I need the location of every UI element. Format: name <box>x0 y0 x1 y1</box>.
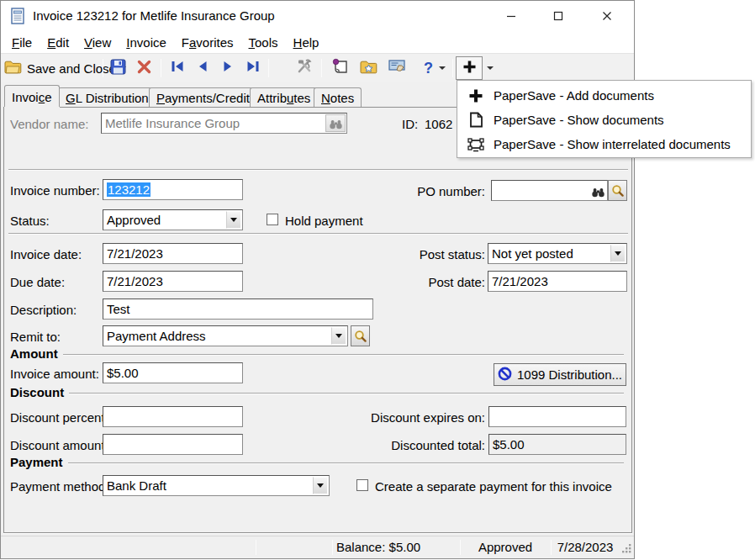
properties-button[interactable] <box>384 56 409 80</box>
properties-card-icon <box>388 59 406 77</box>
tab-gl-distribution[interactable]: GL Distribution <box>58 87 156 107</box>
menu-item-show-interrelated-documents[interactable]: PaperSave - Show interrelated documents <box>457 132 751 156</box>
discount-percent-label: Discount percent: <box>10 410 108 425</box>
toolbar-separator <box>103 59 103 77</box>
distribution-1099-button[interactable]: 1099 Distribution... <box>494 363 626 386</box>
favorites-folder-button[interactable] <box>356 56 381 80</box>
title-bar[interactable]: Invoice 123212 for Metlife Insurance Gro… <box>1 1 634 31</box>
plus-icon <box>462 60 477 77</box>
close-button[interactable] <box>588 1 626 31</box>
discount-amount-field[interactable] <box>103 434 243 455</box>
last-record-icon <box>246 61 260 76</box>
maximize-button[interactable] <box>539 1 578 31</box>
tab-invoice[interactable]: Invoice <box>4 85 60 107</box>
remit-to-dropdown-button[interactable] <box>331 327 346 345</box>
discount-percent-field[interactable] <box>103 406 243 427</box>
section-line <box>69 393 624 394</box>
toolbar-separator <box>268 59 269 77</box>
chevron-down-icon <box>230 218 237 222</box>
tab-attributes[interactable]: Attributes <box>250 87 318 107</box>
document-icon <box>465 112 487 128</box>
menu-invoice[interactable]: Invoice <box>119 34 174 51</box>
menu-bar: File Edit View Invoice Favorites Tools H… <box>1 31 634 53</box>
minimize-button[interactable] <box>492 1 531 31</box>
status-bar: Balance: $5.00 Approved 7/28/2023 <box>1 536 634 558</box>
separate-payment-checkbox[interactable] <box>356 479 368 491</box>
papersave-menu: PaperSave - Add documents PaperSave - Sh… <box>457 80 752 158</box>
resize-grip[interactable] <box>621 542 632 557</box>
first-record-button[interactable] <box>166 56 188 80</box>
post-date-field[interactable]: 7/21/2023 <box>488 271 627 292</box>
notes-button[interactable] <box>327 56 352 80</box>
menu-file[interactable]: File <box>4 34 40 51</box>
payment-method-dropdown-button[interactable] <box>313 477 328 494</box>
status-dropdown-button[interactable] <box>226 211 241 229</box>
previous-record-icon <box>197 61 209 76</box>
post-status-dropdown-button[interactable] <box>610 245 626 262</box>
next-record-button[interactable] <box>216 56 239 80</box>
hold-payment-checkbox[interactable] <box>267 214 278 225</box>
chevron-down-icon <box>335 334 342 338</box>
status-divider <box>256 540 256 555</box>
status-divider <box>332 540 333 555</box>
menu-edit[interactable]: Edit <box>40 34 77 51</box>
status-combobox[interactable]: Approved <box>103 209 243 230</box>
plus-icon <box>465 88 487 103</box>
payment-method-label: Payment method: <box>10 479 109 494</box>
previous-record-button[interactable] <box>191 56 214 80</box>
invoice-amount-label: Invoice amount: <box>10 367 99 381</box>
divider <box>8 233 628 235</box>
invoice-number-field[interactable]: 123212 <box>103 179 243 200</box>
vendor-binoculars-button[interactable] <box>325 114 346 132</box>
tab-payments-credits[interactable]: Payments/Credits <box>149 87 263 107</box>
menu-item-show-documents[interactable]: PaperSave - Show documents <box>457 108 751 132</box>
delete-button[interactable] <box>131 56 156 80</box>
save-folder-icon <box>4 60 22 77</box>
due-date-field[interactable]: 7/21/2023 <box>103 271 243 292</box>
tab-notes[interactable]: Notes <box>314 87 362 107</box>
description-label: Description: <box>10 303 77 317</box>
remit-to-combobox[interactable]: Payment Address <box>103 325 348 346</box>
interrelated-documents-icon <box>465 137 487 152</box>
papersave-add-button[interactable] <box>456 56 483 80</box>
help-button[interactable]: ? <box>418 56 451 80</box>
invoice-document-icon <box>11 8 25 24</box>
vendor-name-field[interactable]: Metlife Insurance Group <box>101 113 347 134</box>
save-button[interactable] <box>106 56 129 80</box>
post-status-combobox[interactable]: Not yet posted <box>488 243 627 264</box>
hold-payment-label: Hold payment <box>285 214 363 228</box>
po-binoculars-icon[interactable] <box>591 183 605 201</box>
magnifier-icon <box>354 330 367 343</box>
binoculars-icon <box>329 118 343 129</box>
menu-view[interactable]: View <box>77 34 119 51</box>
vendor-id-label: ID: <box>402 117 418 131</box>
menu-help[interactable]: Help <box>286 34 327 51</box>
status-date: 7/28/2023 <box>551 540 620 554</box>
menu-favorites[interactable]: Favorites <box>174 34 241 51</box>
section-line <box>68 462 624 464</box>
vendor-name-label: Vendor name: <box>10 117 88 131</box>
description-field[interactable]: Test <box>103 298 373 320</box>
menu-tools[interactable]: Tools <box>241 34 286 51</box>
invoice-date-field[interactable]: 7/21/2023 <box>103 243 243 264</box>
tools-button[interactable] <box>292 56 317 80</box>
delete-x-icon <box>136 59 152 78</box>
remit-to-search-button[interactable] <box>351 325 370 346</box>
chevron-down-icon <box>615 251 621 256</box>
discounted-total-field: $5.00 <box>488 434 626 455</box>
po-search-button[interactable] <box>608 180 627 201</box>
papersave-dropdown-button[interactable] <box>483 56 497 80</box>
amount-section-header: Amount <box>10 346 624 361</box>
invoice-tab-panel: Vendor name: Metlife Insurance Group ID:… <box>3 107 632 533</box>
payment-method-combobox[interactable]: Bank Draft <box>103 475 330 496</box>
payment-section-header: Payment <box>10 455 624 469</box>
discount-expires-field[interactable] <box>488 406 626 427</box>
menu-item-label: PaperSave - Show documents <box>494 113 664 127</box>
menu-item-add-documents[interactable]: PaperSave - Add documents <box>457 83 751 108</box>
help-question-icon: ? <box>424 60 433 77</box>
post-status-label: Post status: <box>290 247 485 262</box>
last-record-button[interactable] <box>241 56 264 80</box>
invoice-amount-field[interactable]: $5.00 <box>103 362 243 383</box>
po-number-field[interactable] <box>491 180 608 201</box>
papersave-dropdown-arrow <box>487 66 494 70</box>
